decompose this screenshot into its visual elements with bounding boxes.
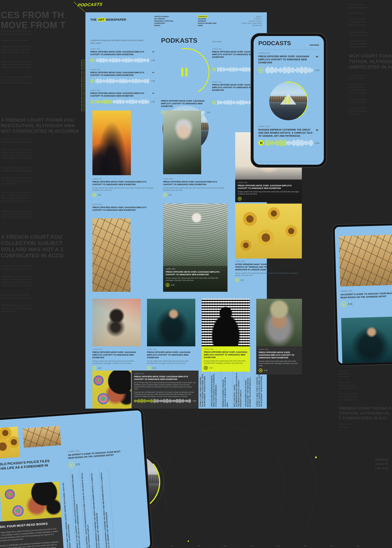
speaker-icon[interactable]	[316, 55, 319, 58]
article-card-caption[interactable]: 4 APRIL 2023 PRESS OFFICERS MOVE OVER: G…	[163, 178, 225, 197]
headline-strip[interactable]: STRIKE AT NEW YORK’S HISPANIC SOCIETY EN…	[255, 371, 266, 409]
article-card-caption[interactable]: 4 APRIL 2023 AFTER SPENDING MANY YEARS I…	[235, 261, 301, 282]
play-button[interactable]	[204, 366, 208, 370]
episode-list-item[interactable]: 4 APRIL 2023 PRESS OFFICERS MOVE OVER: G…	[90, 48, 155, 63]
episode-list-item[interactable]: 4 APRIL 2023 AN EXPERT’S GUIDE TO HOKUSA…	[68, 447, 127, 468]
article-title[interactable]: PRESS OFFICERS MOVE OVER: GAGOSIAN EMPLO…	[166, 271, 225, 276]
episode-list-item[interactable]: 4 APRIL 2023 AN EXPERT’S GUIDE TO HOKUSA…	[340, 289, 392, 307]
headline-strip[interactable]: HE’S A NATURAL—DAVID ATTENBOROUGH PICTUR…	[232, 371, 244, 409]
article-card-caption[interactable]: 4 APRIL 2023 PRESS OFFICERS MOVE OVER: G…	[163, 266, 227, 292]
article-card-caption[interactable]: 4 APRIL 2023 PRESS OFFICERS MOVE OVER: G…	[147, 348, 195, 370]
episode-title[interactable]: AN EXPERT’S GUIDE TO HOKUSAI: FOUR MUST-…	[341, 292, 392, 299]
article-title[interactable]: Y’: PABLO PICASSO’S POLICE FILESBOUT HIS…	[0, 458, 63, 472]
headline-strip[interactable]: AFRICAN AND EUROPEAN MUSEUM DIRECTORS PL…	[210, 371, 221, 409]
article-image[interactable]	[0, 427, 20, 459]
episode-title[interactable]: PRESS OFFICERS MOVE OVER: GAGOSIAN EMPLO…	[90, 71, 151, 76]
episode-title[interactable]: PRESS OFFICERS MOVE OVER: GAGOSIAN EMPLO…	[90, 50, 151, 56]
pause-icon[interactable]	[181, 68, 188, 76]
nav-terms[interactable]: TERMS AND CONDITIONS	[232, 22, 262, 24]
article-image[interactable]	[22, 426, 61, 448]
waveform[interactable]	[265, 66, 314, 74]
waveform[interactable]	[96, 58, 150, 63]
article-card-caption[interactable]: 4 APRIL 2023 PRESS OFFICERS MOVE OVER: G…	[256, 346, 302, 375]
play-button[interactable]	[90, 79, 94, 83]
play-button[interactable]	[238, 197, 241, 201]
episode-title[interactable]: PRESS OFFICERS MOVE OVER: GAGOSIAN EMPLO…	[90, 92, 151, 97]
pause-icon[interactable]	[285, 97, 290, 104]
episode-list-item[interactable]: 4 APRIL 2023 AN EXPERT’S GUIDE TO HOKUSA…	[258, 164, 319, 165]
waveform[interactable]	[96, 99, 150, 104]
pause-button[interactable]	[258, 140, 264, 146]
article-title[interactable]: PRESS OFFICERS MOVE OVER: GAGOSIAN EMPLO…	[238, 184, 299, 190]
play-button[interactable]	[235, 278, 239, 282]
nav-art-market[interactable]: ART MARKET	[154, 18, 173, 20]
article-image[interactable]	[92, 299, 141, 346]
play-button[interactable]	[92, 366, 96, 370]
episode-list-item[interactable]: 4 APRIL 2023 RUSSIAN EMPRESS CATHERINE T…	[258, 125, 319, 146]
site-logo[interactable]: THE ART NEWSPAPER	[90, 18, 126, 21]
article-title[interactable]: PRESS OFFICERS MOVE OVER: GAGOSIAN EMPLO…	[259, 351, 300, 359]
speaker-icon[interactable]	[152, 92, 155, 94]
article-image[interactable]	[235, 204, 302, 258]
waveform[interactable]	[134, 399, 191, 403]
article-title[interactable]: PRESS OFFICERS MOVE OVER: GAGOSIAN EMPLO…	[92, 351, 141, 359]
play-button[interactable]	[212, 101, 216, 104]
waveform[interactable]	[96, 78, 150, 83]
nav-russia-ukraine[interactable]: RUSSIA-UKRAINE WAR	[198, 22, 217, 24]
article-image[interactable]	[339, 235, 392, 287]
nav-museums-heritage[interactable]: MUSEUMS & HERITAGE	[154, 20, 173, 22]
nav-columns[interactable]: COLUMNS	[198, 18, 217, 20]
episode-detail-card[interactable]: OKUSAI: FOUR MUST-READ BOOKS Much of Pet…	[0, 517, 64, 548]
article-card-caption[interactable]: 4 APRIL 2023 PRESS OFFICERS MOVE OVER: G…	[235, 180, 302, 202]
episode-title[interactable]: PRESS OFFICERS MOVE OVER: GAGOSIAN EMPLO…	[161, 100, 210, 108]
view-more-link[interactable]: VIEW MORE	[309, 44, 319, 46]
episode-list-item[interactable]: 4 APRIL 2023 PRESS OFFICERS MOVE OVER: G…	[90, 69, 155, 83]
nav-home[interactable]: HOME	[198, 24, 217, 27]
article-card-caption[interactable]: 4 APRIL 2023 PRESS OFFICERS MOVE OVER: G…	[92, 204, 154, 212]
headline-strip[interactable]: STRIKE AT NEW YORK’S HISPANIC SOCIETY EN…	[198, 371, 210, 409]
episode-detail-card[interactable]: 4 APRIL 2023 PRESS OFFICERS MOVE OVER: G…	[132, 371, 198, 409]
episode-title[interactable]: PRESS OFFICERS MOVE OVER: GAGOSIAN EMPLO…	[134, 375, 196, 381]
article-image[interactable]	[341, 317, 392, 364]
nav-contact[interactable]: CONTACT	[232, 18, 262, 20]
play-button[interactable]	[69, 462, 75, 468]
article-title[interactable]: PRESS OFFICERS MOVE OVER: GAGOSIAN EMPLO…	[92, 180, 154, 186]
article-title[interactable]: PRESS OFFICERS MOVE OVER: GAGOSIAN EMPLO…	[92, 206, 154, 211]
nav-podkasts-active[interactable]: PODKASTS	[198, 15, 208, 18]
article-image[interactable]	[0, 482, 61, 521]
article-title[interactable]: AFTER SPENDING MANY YEARS IN CANADA AND …	[235, 263, 301, 271]
article-title[interactable]: PRESS OFFICERS MOVE OVER: GAGOSIAN EMPLO…	[163, 180, 225, 186]
speaker-icon[interactable]	[152, 71, 155, 74]
play-button[interactable]	[166, 283, 169, 287]
play-button[interactable]	[90, 58, 94, 62]
speaker-icon[interactable]	[152, 50, 155, 53]
episode-title[interactable]: RUSSIAN EMPRESS CATHERINE THE GREAT AND …	[258, 128, 314, 138]
episode-list-item[interactable]: 4 APRIL 2023 PRESS OFFICERS MOVE OVER: G…	[90, 90, 155, 104]
subscribe-link[interactable]: SUBSCRIBE	[212, 41, 222, 42]
nav-about[interactable]: ABOUT	[232, 15, 262, 18]
headline-strip[interactable]: THE RESURRECTION OF MARY MAGDALENE? TWO …	[244, 371, 255, 409]
article-card-caption-highlighted[interactable]: 4 APRIL 2023 PRESS OFFICERS MOVE OVER: G…	[202, 346, 250, 372]
speaker-icon[interactable]	[316, 128, 319, 132]
episode-list-item[interactable]: 4 APRIL 2023 PRESS OFFICERS MOVE OVER: G…	[258, 52, 319, 74]
play-button[interactable]	[163, 193, 167, 197]
play-button[interactable]	[341, 301, 346, 307]
play-button[interactable]	[147, 366, 151, 370]
article-image[interactable]	[92, 218, 131, 292]
nav-vermeer[interactable]: VERMEER	[198, 20, 217, 22]
play-button[interactable]	[90, 100, 94, 104]
headline-strip[interactable]: EMPRESS EUGÉNIE’S ENGLISH ‘PALACE’ IS BR…	[221, 371, 232, 409]
episode-title[interactable]: PRESS OFFICERS MOVE OVER: GAGOSIAN EMPLO…	[258, 55, 314, 64]
article-image[interactable]	[92, 371, 131, 409]
article-title[interactable]: PRESS OFFICERS MOVE OVER: GAGOSIAN EMPLO…	[204, 351, 248, 359]
article-image[interactable]	[147, 299, 195, 346]
article-card-caption[interactable]: 4 APRIL 2023 PRESS OFFICERS MOVE OVER: G…	[92, 178, 154, 197]
nav-cookie-policy[interactable]: COOKIE POLICY	[232, 20, 262, 22]
article-image[interactable]	[163, 111, 201, 174]
article-image[interactable]	[256, 299, 302, 346]
nav-books[interactable]: BOOKS	[154, 24, 173, 27]
nav-visitor-figures[interactable]: VISITOR FIGURES	[154, 15, 173, 18]
article-image[interactable]	[202, 299, 250, 346]
article-title[interactable]: PRESS OFFICERS MOVE OVER: GAGOSIAN EMPLO…	[147, 351, 195, 359]
play-button[interactable]	[258, 67, 264, 73]
